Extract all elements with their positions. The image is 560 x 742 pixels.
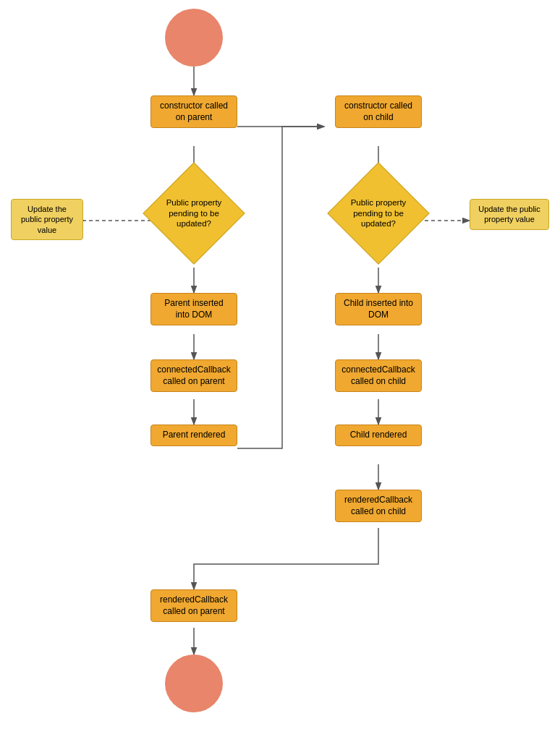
- update-public-right-node: Update the public property value: [470, 199, 549, 230]
- parent-rendered-node: Parent rendered: [150, 425, 237, 446]
- update-public-left-node: Update the public property value: [11, 199, 83, 240]
- diagram-container: constructor called on parent Public prop…: [0, 0, 560, 742]
- parent-inserted-node: Parent inserted into DOM: [150, 293, 237, 325]
- constructor-child-node: constructor called on child: [335, 95, 422, 128]
- public-prop-parent-diamond: Public property pending to be updated?: [158, 177, 230, 250]
- end-circle: [165, 654, 223, 712]
- start-circle: [165, 9, 223, 67]
- constructor-parent-node: constructor called on parent: [150, 95, 237, 128]
- connected-callback-parent-node: connectedCallback called on parent: [150, 359, 237, 392]
- rendered-callback-child-node: renderedCallback called on child: [335, 490, 422, 522]
- connected-callback-child-node: connectedCallback called on child: [335, 359, 422, 392]
- child-inserted-node: Child inserted into DOM: [335, 293, 422, 325]
- rendered-callback-parent-node: renderedCallback called on parent: [150, 589, 237, 622]
- arrows-svg: [0, 0, 560, 742]
- public-prop-child-diamond: Public property pending to be updated?: [342, 177, 415, 250]
- child-rendered-node: Child rendered: [335, 425, 422, 446]
